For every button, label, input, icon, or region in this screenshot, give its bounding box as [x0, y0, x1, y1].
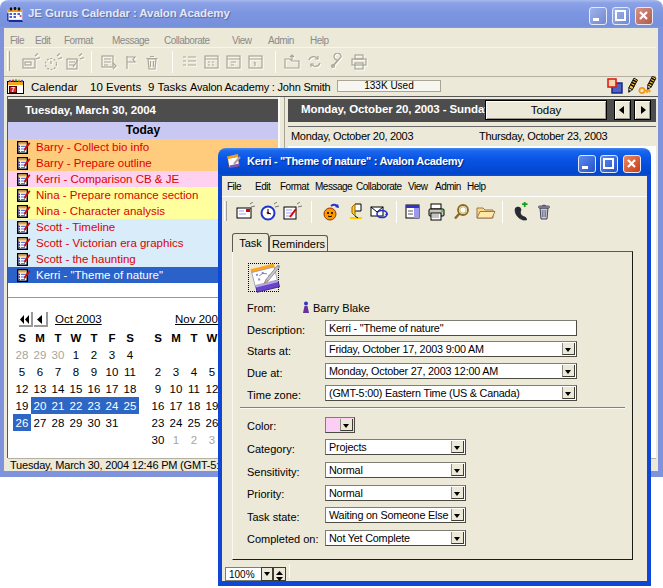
- svg-text:7: 7: [11, 86, 15, 93]
